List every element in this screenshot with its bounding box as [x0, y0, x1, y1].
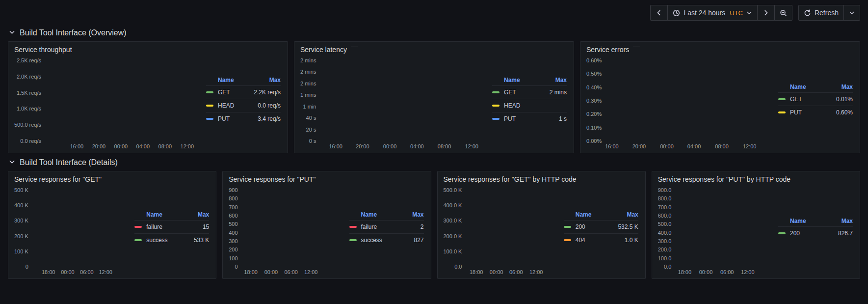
panel-title[interactable]: Service latency — [300, 46, 347, 54]
series-color-swatch — [134, 239, 142, 241]
panel-title[interactable]: Service responses for "PUT" by HTTP code — [658, 175, 790, 183]
y-tick-label: 1 mins — [300, 92, 316, 98]
legend-series-row[interactable]: 4041.0 K — [564, 233, 638, 247]
legend-series-row[interactable]: PUT0.60% — [778, 106, 853, 119]
chart-canvas — [675, 190, 773, 267]
series-name[interactable]: PUT — [218, 115, 230, 122]
time-series-plot[interactable]: 18:0000:0006:0012:00 — [675, 190, 773, 267]
legend-header: Name Max — [206, 75, 281, 85]
y-tick-label: 2 mins — [300, 81, 316, 86]
time-series-plot[interactable]: 18:0000:0006:0012:00 — [32, 190, 130, 267]
series-max-value: 1 s — [559, 115, 567, 122]
dashboard-panel: Service errors 0.60%0.50%0.40%0.30%0.20%… — [580, 41, 860, 153]
legend-series-row[interactable]: GET2.2K req/s — [206, 85, 281, 99]
time-range-next-button[interactable] — [757, 5, 775, 21]
x-tick-label: 06:00 — [720, 269, 734, 275]
time-range-zoom-out-button[interactable] — [774, 5, 792, 21]
legend-col-name[interactable]: Name — [349, 211, 377, 218]
series-name[interactable]: failure — [361, 223, 377, 230]
series-name[interactable]: PUT — [504, 115, 516, 122]
section-header-overview[interactable]: Build Tool Interface (Overview) — [8, 28, 860, 37]
legend-col-max[interactable]: Max — [269, 77, 281, 83]
series-name[interactable]: GET — [218, 89, 230, 96]
chart-area: 900.0800.0700.0600.0500.0400.0300.0200.0… — [652, 184, 776, 278]
y-tick-label: 0 — [235, 264, 237, 270]
panel-header: Service latency — [294, 42, 574, 55]
y-tick-label: 2 mins — [300, 69, 316, 75]
legend-series-row[interactable]: success827 — [349, 233, 424, 247]
panel-title[interactable]: Service responses for "PUT" — [229, 175, 316, 183]
legend-col-name[interactable]: Name — [492, 77, 520, 83]
legend-series-row[interactable]: 200826.7 — [778, 226, 853, 240]
refresh-button[interactable]: Refresh — [798, 5, 844, 21]
dashboard-panel: Service responses for "PUT" by HTTP code… — [652, 171, 860, 279]
legend-col-max[interactable]: Max — [842, 83, 853, 90]
series-name[interactable]: HEAD — [218, 102, 234, 109]
panel-title[interactable]: Service throughput — [14, 46, 72, 54]
series-name[interactable]: PUT — [790, 109, 802, 116]
y-tick-label: 500.0 K — [444, 188, 462, 193]
series-name[interactable]: failure — [146, 223, 162, 230]
series-name[interactable]: HEAD — [504, 102, 520, 109]
legend-col-name[interactable]: Name — [564, 211, 592, 218]
time-series-plot[interactable]: 16:0020:0000:0004:0008:0012:00 — [605, 60, 773, 141]
y-tick-label: 0 s — [309, 138, 316, 144]
panel-header: Service errors — [580, 42, 860, 55]
series-color-swatch — [564, 239, 571, 241]
legend-col-name[interactable]: Name — [206, 77, 234, 83]
legend-col-max[interactable]: Max — [627, 211, 638, 218]
series-max-value: 3.4 req/s — [258, 115, 281, 122]
legend-series-row[interactable]: failure2 — [349, 220, 424, 233]
legend-col-max[interactable]: Max — [198, 211, 209, 218]
panel-title[interactable]: Service errors — [586, 46, 629, 54]
refresh-icon — [804, 9, 811, 17]
legend-series-row[interactable]: HEAD0.0 req/s — [206, 99, 281, 112]
series-name[interactable]: 404 — [576, 237, 585, 244]
info-icon[interactable] — [351, 46, 358, 53]
x-tick-label: 12:00 — [529, 269, 543, 275]
series-color-swatch — [564, 226, 571, 228]
x-tick-label: 00:00 — [699, 269, 713, 275]
legend-table: Name Max GET2 minsHEADPUT1 s — [492, 75, 567, 125]
legend-series-row[interactable]: GET0.01% — [778, 92, 853, 106]
legend-series-row[interactable]: PUT3.4 req/s — [206, 112, 281, 125]
legend-col-max[interactable]: Max — [842, 218, 853, 224]
legend-col-name[interactable]: Name — [134, 211, 162, 218]
legend-series-row[interactable]: success533 K — [134, 233, 209, 247]
time-range-prev-button[interactable] — [650, 5, 668, 21]
x-tick-label: 18:00 — [42, 269, 55, 275]
legend-series-row[interactable]: PUT1 s — [492, 112, 567, 125]
section-header-details[interactable]: Build Tool Interface (Details) — [8, 158, 860, 167]
legend-series-row[interactable]: failure15 — [134, 220, 209, 233]
legend-col-max[interactable]: Max — [412, 211, 423, 218]
time-series-plot[interactable]: 16:0020:0000:0004:0008:0012:00 — [45, 60, 201, 141]
legend-col-name[interactable]: Name — [778, 218, 806, 224]
time-series-plot[interactable]: 18:0000:0006:0012:00 — [241, 190, 344, 267]
refresh-interval-dropdown[interactable] — [843, 5, 860, 21]
legend-series-row[interactable]: 200532.5 K — [564, 220, 638, 233]
legend-col-max[interactable]: Max — [555, 77, 567, 83]
x-tick-label: 00:00 — [383, 143, 397, 149]
refresh-group: Refresh — [798, 5, 860, 21]
info-icon[interactable] — [633, 46, 640, 53]
y-tick-label: 400.0 K — [444, 203, 462, 208]
y-tick-label: 200.0 — [658, 247, 672, 252]
x-axis-labels: 16:0020:0000:0004:0008:0012:00 — [319, 141, 487, 150]
series-name[interactable]: GET — [504, 89, 516, 96]
series-name[interactable]: success — [361, 237, 382, 244]
y-tick-label: 2.5K req/s — [17, 58, 41, 63]
y-tick-label: 0.50% — [586, 71, 602, 77]
series-name[interactable]: GET — [790, 96, 802, 103]
legend-series-row[interactable]: GET2 mins — [492, 85, 567, 99]
chevron-down-icon — [849, 10, 855, 16]
time-series-plot[interactable]: 16:0020:0000:0004:0008:0012:00 — [319, 60, 487, 141]
series-name[interactable]: 200 — [790, 230, 800, 237]
legend-col-name[interactable]: Name — [778, 83, 806, 90]
panel-title[interactable]: Service responses for "GET" — [14, 175, 102, 183]
time-series-plot[interactable]: 18:0000:0006:0012:00 — [465, 190, 558, 267]
series-name[interactable]: success — [146, 237, 167, 244]
series-name[interactable]: 200 — [576, 223, 585, 230]
time-range-picker-button[interactable]: Last 24 hours UTC — [667, 5, 758, 21]
panel-title[interactable]: Service responses for "GET" by HTTP code — [444, 175, 577, 183]
legend-series-row[interactable]: HEAD — [492, 99, 567, 112]
